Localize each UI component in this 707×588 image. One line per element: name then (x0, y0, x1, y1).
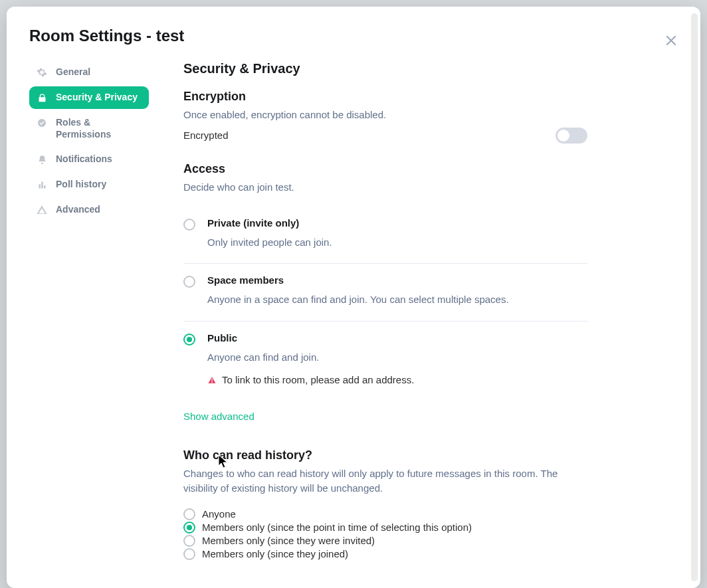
radio-icon (183, 334, 195, 345)
svg-point-0 (38, 119, 46, 127)
sidebar-item-advanced[interactable]: Advanced (29, 199, 149, 221)
sidebar-item-label: Security & Privacy (56, 92, 138, 104)
sidebar-item-label: Advanced (56, 204, 100, 216)
access-option-public[interactable]: Public Anyone can find and join. To link… (183, 322, 587, 399)
warning-triangle-icon (207, 375, 217, 385)
warning-text: To link to this room, please add an addr… (222, 374, 414, 385)
section-subtitle-history: Changes to who can read history will onl… (183, 466, 587, 496)
option-label: Members only (since they joined) (202, 548, 348, 559)
radio-icon (183, 522, 195, 534)
option-desc: Anyone can find and join. (207, 350, 587, 365)
sidebar-item-general[interactable]: General (29, 61, 149, 84)
option-desc: Only invited people can join. (207, 235, 587, 250)
radio-icon (183, 276, 195, 288)
access-option-private[interactable]: Private (invite only) Only invited peopl… (183, 207, 587, 264)
option-desc: Anyone in a space can find and join. You… (207, 292, 587, 308)
dialog-title: Room Settings - test (29, 27, 678, 45)
dialog-scrollbar[interactable] (691, 13, 698, 581)
encrypted-toggle[interactable] (556, 128, 587, 144)
radio-icon (183, 548, 195, 560)
sidebar-item-label: Roles & Permissions (56, 117, 141, 140)
section-subtitle-access: Decide who can join test. (183, 180, 587, 195)
settings-content: Security & Privacy Encryption Once enabl… (162, 61, 587, 561)
poll-icon (36, 179, 48, 191)
bell-icon (36, 153, 48, 165)
section-heading-history: Who can read history? (183, 448, 587, 462)
history-option-members-since-joined[interactable]: Members only (since they joined) (183, 547, 587, 561)
room-settings-dialog: Room Settings - test General Security & … (7, 7, 700, 588)
access-option-space[interactable]: Space members Anyone in a space can find… (183, 264, 587, 322)
option-title: Private (invite only) (207, 217, 587, 229)
option-title: Public (207, 332, 587, 343)
section-subtitle-encryption: Once enabled, encryption cannot be disab… (183, 108, 587, 122)
option-label: Members only (since the point in time of… (202, 522, 472, 533)
option-label: Members only (since they were invited) (202, 535, 375, 546)
history-options: Anyone Members only (since the point in … (183, 508, 587, 561)
page-heading: Security & Privacy (183, 61, 587, 76)
sidebar-item-label: Poll history (56, 179, 106, 191)
section-heading-access: Access (183, 162, 587, 176)
settings-sidebar: General Security & Privacy Roles & Permi… (29, 61, 162, 561)
warning-icon (36, 204, 48, 216)
radio-icon (183, 535, 195, 547)
radio-icon (183, 508, 195, 520)
close-button[interactable] (662, 32, 680, 50)
history-option-members-since-selecting[interactable]: Members only (since the point in time of… (183, 521, 587, 534)
gear-icon (36, 66, 48, 78)
lock-icon (36, 92, 48, 104)
sidebar-item-security[interactable]: Security & Privacy (29, 86, 149, 109)
sidebar-item-label: Notifications (56, 153, 112, 165)
sidebar-item-notifications[interactable]: Notifications (29, 148, 149, 171)
sidebar-item-label: General (56, 66, 90, 78)
svg-rect-3 (44, 185, 46, 188)
encrypted-label: Encrypted (183, 130, 229, 141)
history-option-anyone[interactable]: Anyone (183, 508, 587, 521)
check-badge-icon (36, 117, 48, 129)
close-icon (664, 34, 678, 49)
svg-rect-1 (39, 184, 41, 188)
public-warning: To link to this room, please add an addr… (207, 374, 587, 385)
section-heading-encryption: Encryption (183, 90, 587, 104)
sidebar-item-polls[interactable]: Poll history (29, 173, 149, 196)
sidebar-item-roles[interactable]: Roles & Permissions (29, 112, 149, 146)
access-options: Private (invite only) Only invited peopl… (183, 207, 587, 399)
svg-rect-2 (41, 181, 43, 188)
option-title: Space members (207, 274, 587, 286)
radio-icon (183, 219, 195, 231)
option-label: Anyone (202, 508, 236, 520)
history-option-members-since-invited[interactable]: Members only (since they were invited) (183, 534, 587, 547)
show-advanced-link[interactable]: Show advanced (183, 411, 254, 422)
